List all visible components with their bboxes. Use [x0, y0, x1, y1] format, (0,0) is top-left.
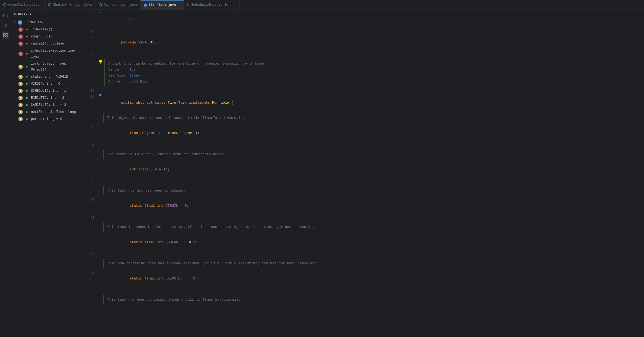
vis-executed: [26, 97, 28, 99]
vis-lock: [26, 66, 28, 68]
tree-item-constructor[interactable]: m TimerTask(): [11, 26, 84, 33]
tree-item-scheduled[interactable]: f SCHEDULED: int = 1: [11, 87, 84, 94]
tree-label-period: period: long = 0: [31, 116, 82, 122]
tree-label-scheduled: SCHEDULED: int = 1: [31, 88, 82, 94]
tree-item-run[interactable]: m run(): void: [11, 33, 84, 40]
structure-content[interactable]: ▼ C TimerTask m TimerTask() m run(): voi…: [11, 18, 84, 337]
line-num-62: 62: [84, 270, 98, 276]
tab-async-factory[interactable]: AsyncFactory.java: [0, 0, 45, 9]
code-row-56: 56 static final int SCHEDULED = 1;: [84, 233, 644, 251]
doc-block-5: This task is scheduled for execution. If…: [84, 221, 644, 233]
line-num-63: 63: [84, 288, 98, 294]
gutter-mark-36: [99, 94, 101, 96]
code-row-51: 51: [84, 215, 644, 221]
line-num-50: 50: [84, 197, 98, 203]
code-row-36: 36 public abstract class TimerTask imple…: [84, 94, 644, 112]
collapse-icon[interactable]: ▶: [100, 10, 101, 16]
tab-icon-timer-task: [144, 4, 147, 7]
structure-title: Structure: [14, 12, 31, 15]
vis-cancelled: [26, 104, 28, 106]
line-content-fold: .../...: [103, 10, 644, 28]
tab-scheduled-executor[interactable]: ℹ ScheduledExecutorSer...: [184, 0, 240, 9]
line-num-40: 40: [84, 124, 98, 130]
vis-net: [26, 111, 28, 113]
doc-line-since: Since: 1.3: [108, 67, 267, 73]
code-row-57: 57: [84, 251, 644, 257]
tree-item-cancelled[interactable]: f CANCELLED: int = 3: [11, 101, 84, 109]
doc-line-scheduled-desc: This task is scheduled for execution. If…: [107, 224, 315, 230]
structure-panel: Structure ▼ C TimerTask m TimerTask() m: [11, 10, 84, 337]
doc-content-2: This object is used to control access to…: [103, 113, 245, 123]
tab-close-timer-task[interactable]: ✕: [179, 4, 180, 7]
tree-item-executed[interactable]: f EXECUTED: int = 2: [11, 94, 84, 101]
tree-item-scheduled-exec-time[interactable]: m scheduledExecutionTime(): long: [11, 47, 84, 60]
tree-item-lock[interactable]: f lock: Object = new Object(): [11, 60, 84, 73]
vis-period: [26, 118, 28, 120]
tree-label-executed: EXECUTED: int = 2: [31, 95, 82, 101]
tab-async-manager[interactable]: AsyncManager.java: [95, 0, 140, 9]
tab-icon-async-manager: [99, 3, 102, 7]
svg-rect-2: [4, 33, 5, 35]
doc-content-6: This non-repeating task has already exec…: [103, 259, 319, 268]
tree-label-cancelled: CANCELLED: int = 3: [31, 102, 82, 108]
code-row-25: 25: [84, 28, 644, 34]
code-row-40: 40 final Object lock = new Object();: [84, 124, 644, 142]
vis-constructor: [26, 29, 28, 30]
tree-item-next-exec-time[interactable]: f nextExecutionTime: long: [11, 109, 84, 116]
doc-content-4: This task has not yet been scheduled.: [103, 186, 186, 195]
badge-m-run: m: [18, 34, 23, 39]
doc-line-virgin-desc: This task has not yet been scheduled.: [107, 188, 186, 194]
tree-item-period[interactable]: f period: long = 0: [11, 116, 84, 123]
badge-class: C: [18, 20, 22, 25]
doc-content-3: The state of this task, chosen from the …: [103, 150, 226, 159]
line-num-51: 51: [84, 215, 98, 221]
doc-line-author: Author: Josh Bloch: [108, 79, 267, 85]
line-content-26: package java.util;: [103, 34, 644, 52]
folder-icon-btn[interactable]: [2, 12, 9, 20]
code-row-41: 41: [84, 142, 644, 148]
line-num-35: 35: [84, 88, 98, 94]
git-icon-btn[interactable]: [2, 22, 9, 29]
doc-content-1: A task that can be scheduled for one-tim…: [104, 59, 267, 86]
tree-label-set: scheduledExecutionTime(): long: [31, 48, 82, 60]
tree-item-state[interactable]: f state: int = VIRGIN: [11, 73, 84, 80]
line-num-26: 26: [84, 34, 98, 40]
code-row-35: 35: [84, 88, 644, 94]
svg-point-1: [5, 25, 6, 26]
tab-bar: AsyncFactory.java ShutdownManager.java A…: [0, 0, 644, 10]
line-content-56: static final int SCHEDULED = 1;: [103, 233, 644, 251]
tree-label-cancel: cancel(): boolean: [31, 41, 82, 47]
tab-timer-task[interactable]: TimerTask.java ✕: [141, 0, 184, 9]
badge-f-executed: f: [18, 96, 23, 100]
tree-item-virgin[interactable]: f VIRGIN: int = 0: [11, 80, 84, 87]
line-gutter-fold: ▶: [98, 10, 103, 16]
code-editor[interactable]: ▶ .../... 25 26 package java.util; 27: [84, 10, 644, 337]
tab-icon-shutdown-manager: [48, 3, 51, 7]
tree-item-cancel[interactable]: m cancel(): boolean: [11, 40, 84, 47]
badge-m-set: m: [18, 52, 23, 56]
bulb-icon[interactable]: 💡: [98, 59, 103, 65]
tab-label-async-manager: AsyncManager.java: [104, 3, 137, 7]
structure-header: Structure: [11, 10, 84, 18]
doc-line-see-also: See Also: Timer: [108, 73, 267, 79]
main-layout: ··· Structure ▼ C TimerTask m TimerTask(…: [0, 10, 644, 337]
tree-item-root[interactable]: ▼ C TimerTask: [11, 19, 84, 26]
tab-icon-async-factory: [3, 3, 7, 7]
badge-f-period: f: [18, 117, 23, 121]
code-row-45: 45 int state = VIRGIN;: [84, 161, 644, 179]
badge-f-net: f: [18, 110, 23, 114]
tree-arrow-root: ▼: [14, 20, 17, 26]
tab-icon-scheduled: ℹ: [187, 3, 189, 7]
badge-m-cancel: m: [18, 42, 23, 46]
code-row-27: 27: [84, 52, 644, 58]
doc-line-state-desc: The state of this task, chosen from the …: [107, 151, 226, 157]
more-icon-btn[interactable]: ···: [2, 41, 9, 49]
tab-label-async-factory: AsyncFactory.java: [8, 3, 41, 7]
vis-virgin: [26, 83, 28, 85]
line-content-40: final Object lock = new Object();: [103, 124, 644, 142]
structure-icon-btn[interactable]: [2, 31, 9, 39]
badge-f-lock: f: [18, 65, 23, 69]
badge-f-scheduled: f: [18, 89, 23, 93]
tab-shutdown-manager[interactable]: ShutdownManager.java: [45, 0, 95, 9]
vis-set: [26, 53, 28, 55]
